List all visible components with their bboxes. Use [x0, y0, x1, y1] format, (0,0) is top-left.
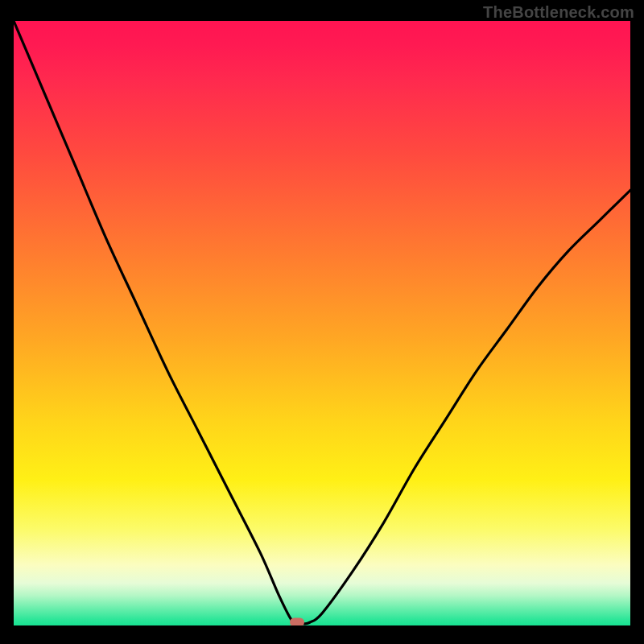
minimum-marker	[290, 618, 304, 625]
watermark-label: TheBottleneck.com	[483, 3, 634, 22]
plot-area	[14, 21, 630, 625]
chart-frame: TheBottleneck.com	[0, 0, 644, 644]
bottleneck-curve	[14, 21, 630, 625]
